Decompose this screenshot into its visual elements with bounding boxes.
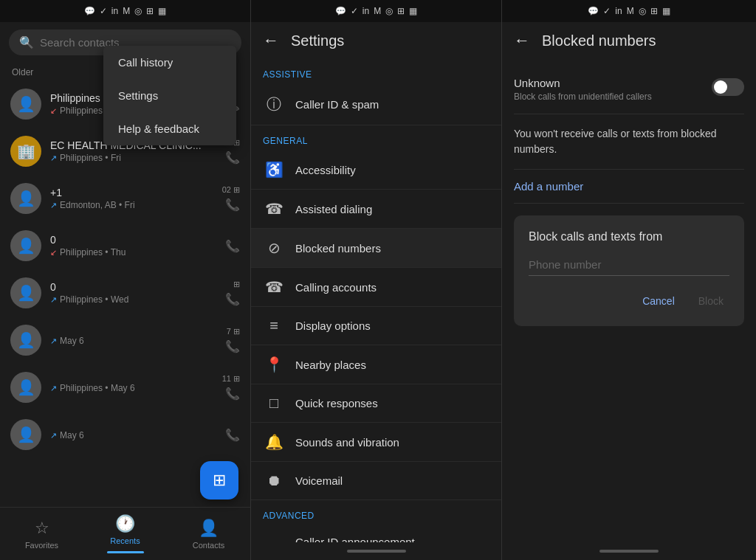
call-name: 0 [50, 281, 216, 293]
unknown-toggle[interactable] [712, 78, 744, 96]
section-general: GENERAL [251, 125, 501, 151]
settings-item-label: Display options [295, 319, 371, 332]
settings-item-caller-id-spam[interactable]: ⓘ Caller ID & spam [251, 84, 501, 125]
sim-icon: ▦ [158, 6, 166, 16]
back-button[interactable]: ← [263, 31, 279, 50]
nav-contacts[interactable]: 👤 Contacts [167, 513, 250, 556]
call-tag: ⊞ [233, 280, 240, 289]
phone-icon: 📞 [225, 387, 240, 401]
avatar: 👤 [10, 277, 41, 308]
mail-icon: M [374, 6, 381, 16]
blocked-numbers-icon: ⊘ [263, 239, 285, 257]
settings-item-quick-responses[interactable]: □ Quick responses [251, 384, 501, 423]
block-dialog-title: Block calls and texts from [529, 230, 729, 243]
settings-title: Settings [291, 32, 344, 49]
settings-item-label: Sounds and vibration [295, 436, 399, 449]
panel-recents: 💬 ✓ in M ◎ ⊞ ▦ 🔍 Call history Settings H… [0, 0, 251, 560]
dialpad-fab[interactable]: ⊞ [200, 461, 238, 499]
blocked-numbers-title: Blocked numbers [542, 32, 656, 49]
unknown-subtitle: Block calls from unidentified callers [514, 91, 652, 102]
settings-item-label: Blocked numbers [295, 242, 381, 255]
menu-item-help[interactable]: Help & feedback [103, 112, 236, 145]
blocked-header: ← Blocked numbers [502, 22, 756, 59]
block-dialog: Block calls and texts from Cancel Block [514, 215, 744, 326]
list-item[interactable]: 👤 ↗ Philippines • May 6 11 ⊞ 📞 [0, 364, 250, 411]
nav-favorites[interactable]: ☆ Favorites [0, 513, 83, 556]
phone-number-input[interactable] [529, 254, 729, 276]
call-sub: ↗ Philippines • May 6 [50, 383, 213, 393]
menu-item-call-history[interactable]: Call history [103, 46, 236, 79]
add-number-button[interactable]: Add a number [514, 170, 744, 204]
sim-icon: ▦ [409, 6, 417, 16]
list-item[interactable]: 👤 ↗ May 6 7 ⊞ 📞 [0, 317, 250, 364]
mail-icon: M [627, 6, 634, 16]
settings-item-label: Quick responses [295, 397, 378, 409]
blocked-content: Unknown Block calls from unidentified ca… [502, 59, 756, 542]
call-sub: ↙ Philippines • Thu [50, 247, 216, 257]
list-item[interactable]: 👤 ↗ May 6 📞 [0, 411, 250, 458]
settings-item-display-options[interactable]: ≡ Display options [251, 307, 501, 345]
check-icon: ✓ [351, 6, 358, 16]
nav-recents-label: Recents [110, 536, 140, 545]
settings-item-sounds-vibration[interactable]: 🔔 Sounds and vibration [251, 423, 501, 462]
cancel-button[interactable]: Cancel [636, 291, 681, 311]
list-item[interactable]: 👤 0 ↗ Philippines • Wed ⊞ 📞 [0, 269, 250, 317]
linkedin-icon: in [362, 6, 369, 16]
sim-icon: ▦ [662, 6, 670, 16]
messenger-icon: 💬 [84, 6, 95, 16]
settings-item-label: Caller ID announcement [295, 536, 415, 542]
call-tag: 02 ⊞ [222, 185, 240, 195]
settings-item-accessibility[interactable]: ♿ Accessibility [251, 151, 501, 190]
settings-item-calling-accounts[interactable]: ☎ Calling accounts [251, 268, 501, 307]
settings-item-label: Caller ID & spam [295, 98, 379, 111]
phone-icon: 📞 [225, 292, 240, 306]
arrow-out-icon: ↗ [50, 153, 57, 163]
menu-item-settings[interactable]: Settings [103, 79, 236, 112]
settings-item-label: Assisted dialing [295, 203, 372, 215]
panel-blocked-numbers: 💬 ✓ in M ◎ ⊞ ▦ ← Blocked numbers Unknown… [502, 0, 756, 560]
grid-icon: ⊞ [397, 6, 405, 16]
nav-recents[interactable]: 🕐 Recents [83, 508, 167, 559]
list-item[interactable]: 👤 0 ↙ Philippines • Thu 📞 [0, 222, 250, 269]
circle-icon: ◎ [639, 6, 646, 16]
phone-icon: 📞 [225, 339, 240, 353]
settings-list: ASSISTIVE ⓘ Caller ID & spam GENERAL ♿ A… [251, 59, 501, 542]
home-indicator-3 [502, 542, 756, 560]
messenger-icon: 💬 [588, 6, 599, 16]
call-sub: ↗ Philippines • Wed [50, 294, 216, 305]
messenger-icon: 💬 [335, 6, 346, 16]
settings-item-assisted-dialing[interactable]: ☎ Assisted dialing [251, 190, 501, 229]
call-name: +1 [50, 187, 213, 198]
nav-contacts-label: Contacts [193, 541, 224, 550]
arrow-out-icon: ↗ [50, 336, 57, 346]
settings-item-label: Calling accounts [295, 281, 377, 294]
back-button[interactable]: ← [514, 31, 530, 50]
assisted-dialing-icon: ☎ [263, 200, 285, 218]
nav-favorites-label: Favorites [25, 541, 58, 550]
home-indicator-2 [251, 542, 501, 560]
avatar: 👤 [10, 419, 41, 450]
unknown-title: Unknown [514, 77, 652, 89]
status-bar-1: 💬 ✓ in M ◎ ⊞ ▦ [0, 0, 250, 22]
phone-icon: 📞 [225, 198, 240, 212]
call-name: 0 [50, 234, 216, 246]
arrow-in-icon: ↙ [50, 248, 57, 257]
call-sub: ↗ May 6 [50, 430, 216, 440]
arrow-out-icon: ↗ [50, 201, 57, 210]
settings-item-blocked-numbers[interactable]: ⊘ Blocked numbers [251, 229, 501, 268]
list-item[interactable]: 👤 +1 ↗ Edmonton, AB • Fri 02 ⊞ 📞 [0, 175, 250, 222]
arrow-in-icon: ↙ [50, 106, 57, 116]
grid-icon: ⊞ [146, 6, 154, 16]
phone-icon: 📞 [225, 239, 240, 253]
contacts-icon: 👤 [199, 519, 219, 538]
settings-item-voicemail[interactable]: ⏺ Voicemail [251, 462, 501, 500]
panel-settings: 💬 ✓ in M ◎ ⊞ ▦ ← Settings ASSISTIVE ⓘ Ca… [251, 0, 502, 560]
check-icon: ✓ [100, 6, 107, 16]
circle-icon: ◎ [134, 6, 142, 16]
arrow-out-icon: ↗ [50, 295, 57, 305]
block-button[interactable]: Block [693, 291, 729, 311]
avatar: 👤 [10, 230, 41, 261]
call-sub: ↗ Edmonton, AB • Fri [50, 200, 213, 210]
settings-item-nearby-places[interactable]: 📍 Nearby places [251, 345, 501, 384]
settings-item-caller-id-announcement[interactable]: Caller ID announcement [251, 525, 501, 542]
